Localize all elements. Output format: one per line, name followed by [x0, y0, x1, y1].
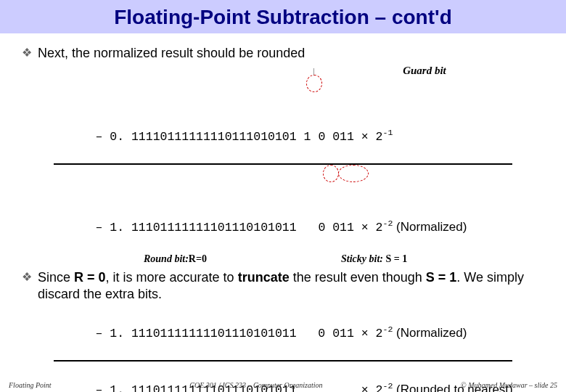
calc2-exp: -2	[383, 219, 393, 228]
round-bit-value: R=0	[189, 253, 207, 265]
sticky-bit-label: Sticky bit:	[341, 253, 383, 264]
sticky-bit-value: S = 1	[383, 253, 407, 264]
divider	[54, 360, 512, 362]
calc3-exp: -2	[383, 324, 393, 334]
calc-block-3: – 1. 11101111111101110101011 0 011 × 2-2…	[52, 306, 544, 358]
calc1-g: 1	[304, 129, 311, 143]
calc-line-2: – 1. 11101111111101110101011 0 011 × 2-2…	[52, 167, 544, 252]
title-bar: Floating-Point Subtraction – cont'd	[0, 0, 566, 33]
footer-center: COE 301 / ICS 233 – Computer Organizatio…	[189, 381, 322, 389]
guard-circle-icon	[306, 75, 322, 92]
calc2-bits: 0 011	[318, 220, 354, 234]
sticky-circle-icon	[338, 165, 369, 182]
round-sticky-labels: Round bit: R=0 Sticky bit: S = 1	[22, 252, 544, 265]
calc1-exp: -1	[383, 128, 393, 137]
calc3-pre: – 1. 11101111111101110101011 0 011 × 2	[95, 326, 382, 340]
footer: Floating Point COE 301 / ICS 233 – Compu…	[0, 381, 566, 389]
bullet-2-text: Since R = 0, it is more accurate to trun…	[38, 269, 544, 302]
slide-title: Floating-Point Subtraction – cont'd	[0, 6, 566, 29]
diamond-icon: ❖	[22, 270, 32, 284]
round-bit-label: Round bit:	[144, 253, 189, 265]
calc-line-3: – 1. 11101111111101110101011 0 011 × 2-2…	[52, 306, 544, 358]
footer-left: Floating Point	[9, 381, 52, 389]
calc2-pre: – 1. 11101111111101110101011	[95, 220, 318, 234]
calc-line-1: – 0. 11110111111110111010101 1 0 011 × 2…	[52, 77, 544, 162]
round-circle-icon	[323, 165, 339, 182]
divider	[54, 163, 512, 165]
calc-block-1: – 0. 11110111111110111010101 1 0 011 × 2…	[52, 77, 544, 162]
calc2-mid: × 2	[354, 220, 383, 234]
calc3-norm: (Normalized)	[393, 325, 467, 339]
footer-right: © Muhamed Mudawar – slide 25	[461, 381, 557, 389]
slide-content: ❖ Next, the normalized result should be …	[0, 33, 566, 392]
calc2-norm: (Normalized)	[393, 219, 467, 233]
calc1-post: 0 011 × 2	[311, 129, 382, 143]
diamond-icon: ❖	[22, 46, 32, 60]
bullet-1: ❖ Next, the normalized result should be …	[22, 45, 544, 62]
calc1-pre: – 0. 11110111111110111010101	[95, 129, 303, 143]
calc-block-2: – 1. 11101111111101110101011 0 011 × 2-2…	[52, 167, 544, 252]
bullet-1-text: Next, the normalized result should be ro…	[38, 45, 544, 62]
bullet-2: ❖ Since R = 0, it is more accurate to tr…	[22, 269, 544, 302]
guard-bit-label: Guard bit	[305, 65, 544, 77]
